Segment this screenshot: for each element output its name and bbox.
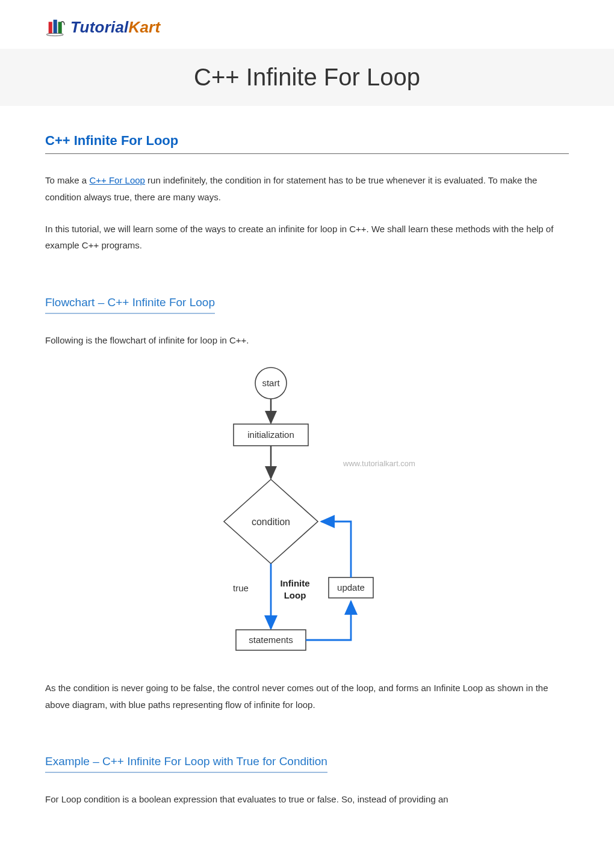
flowchart-caption: Following is the flowchart of infinite f… (45, 332, 569, 349)
svg-point-0 (46, 33, 63, 35)
intro-paragraph-2: In this tutorial, we will learn some of … (45, 221, 569, 254)
logo-icon (45, 19, 67, 37)
flow-update-label: update (337, 582, 365, 593)
text-fragment: To make a (45, 175, 89, 185)
flow-infinite-label-1: Infinite (280, 578, 309, 588)
flow-infinite-label-2: Loop (284, 590, 306, 600)
logo-text: TutorialKart (70, 18, 160, 37)
flow-start-label: start (262, 378, 280, 388)
flow-true-label: true (233, 583, 249, 593)
flowchart-diagram: start initialization www.tutorialkart.co… (45, 364, 569, 659)
title-bar: C++ Infinite For Loop (0, 49, 614, 106)
example-heading: Example – C++ Infinite For Loop with Tru… (45, 755, 327, 773)
flow-condition-label: condition (252, 517, 290, 527)
example-paragraph: For Loop condition is a boolean expressi… (45, 791, 569, 808)
for-loop-link[interactable]: C++ For Loop (89, 175, 145, 185)
flow-init-label: initialization (247, 429, 294, 440)
section-heading: C++ Infinite For Loop (45, 133, 569, 154)
site-logo: TutorialKart (45, 18, 569, 37)
logo-word-tutorial: Tutorial (70, 18, 128, 36)
flowchart-heading: Flowchart – C++ Infinite For Loop (45, 296, 215, 314)
page-title: C++ Infinite For Loop (45, 64, 569, 91)
logo-word-kart: Kart (128, 18, 160, 36)
flow-watermark: www.tutorialkart.com (343, 459, 415, 468)
flow-statements-label: statements (249, 635, 293, 645)
intro-paragraph-1: To make a C++ For Loop run indefinitely,… (45, 172, 569, 206)
flowchart-explanation: As the condition is never going to be fa… (45, 680, 569, 713)
